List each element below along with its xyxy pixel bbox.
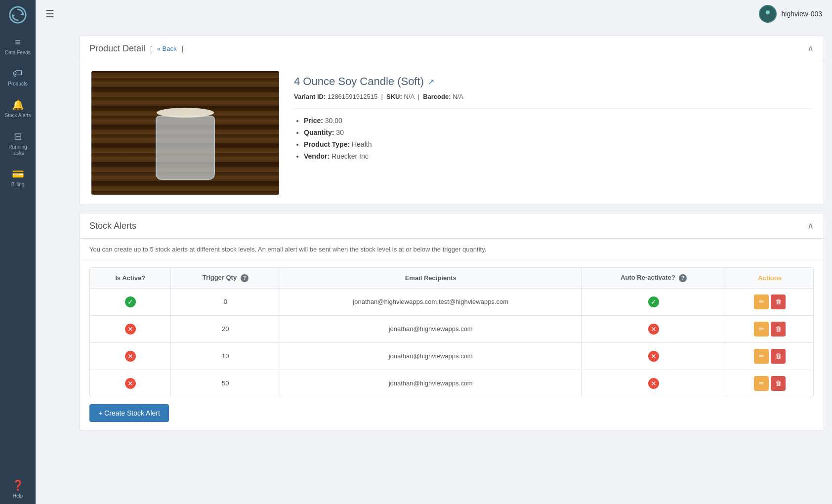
vendor-label: Vendor: [304, 152, 330, 160]
product-image [91, 71, 279, 195]
auto-inactive-icon: ✕ [648, 378, 659, 389]
auto-active-icon: ✓ [648, 296, 659, 307]
stock-alerts-collapse[interactable]: ∧ [807, 220, 814, 231]
product-meta: Variant ID: 12861591912515 | SKU: N/A | … [294, 93, 812, 109]
products-icon: 🏷 [13, 68, 23, 79]
sidebar-item-billing[interactable]: 💳 Billing [0, 161, 36, 193]
td-is-active-3: ✕ [90, 370, 171, 397]
wax-top [157, 108, 214, 118]
th-is-active: Is Active? [90, 268, 171, 288]
table-row: ✓0jonathan@highviewapps.com,test@highvie… [90, 288, 813, 315]
product-detail-header: Product Detail [ « Back ] ∧ [80, 36, 824, 61]
product-details: Price: 30.00 Quantity: 30 Product Type: … [294, 117, 812, 160]
sidebar-item-stock-alerts-label: Stock Alerts [5, 113, 31, 119]
th-email-recipients: Email Recipients [280, 268, 582, 288]
stock-alerts-table: Is Active? Trigger Qty ? Email Recipient… [90, 268, 813, 397]
sidebar-logo[interactable] [0, 0, 36, 30]
quantity-item: Quantity: 30 [304, 128, 812, 136]
price-label: Price: [304, 117, 323, 125]
back-link-bracket: [ [150, 45, 152, 52]
product-detail-title: Product Detail [ « Back ] [89, 43, 183, 54]
price-value: 30.00 [325, 117, 342, 125]
product-image-placeholder [91, 71, 279, 195]
edit-button-1[interactable]: ✏ [754, 322, 769, 336]
product-body: 4 Ounce Soy Candle (Soft) ↗ Variant ID: … [80, 61, 824, 205]
edit-button-0[interactable]: ✏ [754, 294, 769, 309]
stock-alerts-table-container: Is Active? Trigger Qty ? Email Recipient… [89, 267, 814, 397]
auto-inactive-icon: ✕ [648, 324, 659, 335]
product-name-text: 4 Ounce Soy Candle (Soft) [294, 75, 424, 88]
user-name: highview-003 [782, 10, 823, 18]
table-row: ✕20jonathan@highviewapps.com✕✏🗑 [90, 315, 813, 342]
sidebar-item-data-feeds[interactable]: ≡ Data Feeds [0, 30, 36, 61]
sidebar-item-data-feeds-label: Data Feeds [5, 50, 31, 56]
td-is-active-0: ✓ [90, 288, 171, 315]
delete-button-0[interactable]: 🗑 [771, 294, 786, 309]
sidebar-item-billing-label: Billing [11, 182, 25, 188]
user-avatar-icon [763, 9, 773, 19]
external-link-icon[interactable]: ↗ [428, 77, 434, 86]
stock-alerts-info: You can create up to 5 stock alerts at d… [80, 239, 824, 260]
table-row: ✕50jonathan@highviewapps.com✕✏🗑 [90, 370, 813, 397]
vendor-item: Vendor: Ruecker Inc [304, 152, 812, 160]
sku: N/A [404, 93, 414, 100]
table-header: Is Active? Trigger Qty ? Email Recipient… [90, 268, 813, 288]
edit-button-2[interactable]: ✏ [754, 349, 769, 364]
table-header-row: Is Active? Trigger Qty ? Email Recipient… [90, 268, 813, 288]
hamburger-menu[interactable]: ☰ [45, 8, 54, 20]
topbar-left: ☰ [45, 8, 54, 20]
barcode: N/A [453, 93, 463, 100]
sidebar-item-help[interactable]: ❓ Help [0, 472, 36, 504]
sync-icon [9, 6, 27, 24]
sidebar-item-help-label: Help [13, 493, 23, 499]
td-auto-reactivate-1: ✕ [582, 315, 726, 342]
topbar-right: highview-003 [759, 5, 823, 23]
sidebar-item-products-label: Products [8, 81, 27, 87]
sku-label: SKU: [386, 93, 402, 100]
product-info: 4 Ounce Soy Candle (Soft) ↗ Variant ID: … [294, 71, 812, 195]
variant-id-label: Variant ID: [294, 93, 326, 100]
product-type-label: Product Type: [304, 140, 350, 148]
stock-alerts-header: Stock Alerts ∧ [80, 213, 824, 239]
td-email-2: jonathan@highviewapps.com [280, 342, 582, 370]
td-email-3: jonathan@highviewapps.com [280, 370, 582, 397]
back-link-bracket-close: ] [181, 45, 183, 52]
sidebar-item-stock-alerts[interactable]: 🔔 Stock Alerts [0, 92, 36, 124]
td-is-active-2: ✕ [90, 342, 171, 370]
product-detail-collapse[interactable]: ∧ [807, 43, 814, 54]
td-actions-1: ✏🗑 [726, 315, 813, 342]
table-row: ✕10jonathan@highviewapps.com✕✏🗑 [90, 342, 813, 370]
td-actions-2: ✏🗑 [726, 342, 813, 370]
delete-button-3[interactable]: 🗑 [771, 376, 786, 391]
create-stock-alert-button[interactable]: + Create Stock Alert [89, 404, 169, 422]
sidebar-item-running-tasks-label: Running Tasks [2, 144, 34, 156]
td-trigger-qty-0: 0 [171, 288, 280, 315]
trigger-qty-help-icon[interactable]: ? [241, 274, 249, 282]
auto-reactivate-help-icon[interactable]: ? [679, 274, 687, 282]
product-detail-card: Product Detail [ « Back ] ∧ 4 Ounce Soy … [79, 36, 824, 205]
delete-button-2[interactable]: 🗑 [771, 349, 786, 364]
td-auto-reactivate-3: ✕ [582, 370, 726, 397]
quantity-value: 30 [336, 128, 344, 136]
edit-button-3[interactable]: ✏ [754, 376, 769, 391]
td-actions-0: ✏🗑 [726, 288, 813, 315]
jar-body [156, 116, 215, 180]
barcode-label: Barcode: [423, 93, 451, 100]
inactive-status-icon: ✕ [125, 351, 136, 362]
product-detail-title-text: Product Detail [89, 43, 145, 54]
stock-alerts-title: Stock Alerts [89, 221, 136, 231]
sidebar-item-running-tasks[interactable]: ⊟ Running Tasks [0, 124, 36, 161]
svg-point-4 [764, 15, 771, 19]
sidebar-item-products[interactable]: 🏷 Products [0, 61, 36, 92]
sidebar: ≡ Data Feeds 🏷 Products 🔔 Stock Alerts ⊟… [0, 0, 36, 504]
table-body: ✓0jonathan@highviewapps.com,test@highvie… [90, 288, 813, 397]
th-auto-reactivate: Auto Re-activate? ? [582, 268, 726, 288]
auto-inactive-icon: ✕ [648, 351, 659, 362]
back-link[interactable]: « Back [157, 45, 177, 52]
topbar: ☰ highview-003 [36, 0, 832, 28]
delete-button-1[interactable]: 🗑 [771, 322, 786, 336]
help-icon: ❓ [12, 479, 24, 491]
price-item: Price: 30.00 [304, 117, 812, 125]
td-is-active-1: ✕ [90, 315, 171, 342]
td-email-1: jonathan@highviewapps.com [280, 315, 582, 342]
